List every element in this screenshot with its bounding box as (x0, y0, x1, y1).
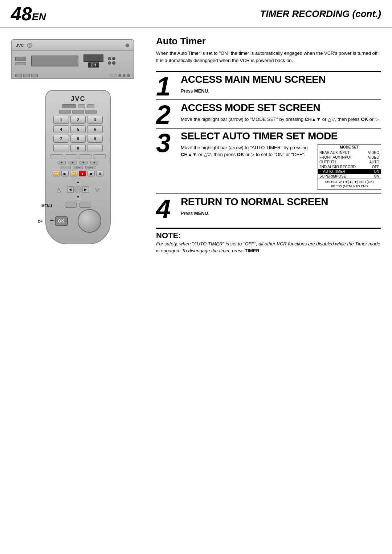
remote-mid-btn-2[interactable] (65, 154, 77, 159)
remote-rewind-btn[interactable]: ⏪ (53, 171, 60, 176)
mode-set-row-1: REAR AUX INPUT VIDEO (318, 150, 381, 155)
step-4-bold: MENU (194, 211, 208, 216)
remote-btn-top-3[interactable] (87, 104, 94, 108)
remote-dpad-left[interactable]: ◀ (67, 186, 74, 193)
remote-row-1 (50, 104, 106, 108)
mode-set-label-6: SUPERIMPOSE (319, 174, 346, 178)
remote-plus-btn-2[interactable]: + (69, 161, 77, 164)
remote-btn-top-2[interactable] (78, 104, 85, 108)
vcr-brand-logo: JVC (16, 43, 24, 48)
step-4-number: 4 (156, 194, 178, 222)
step-1-content: ACCESS MAIN MENU SCREEN Press MENU. (178, 72, 381, 99)
remote-pause-btn[interactable]: ⏸ (96, 171, 103, 176)
vcr-button-row2 (108, 61, 115, 65)
remote-small-btn-vhs[interactable]: VHS (85, 166, 95, 169)
right-column: Auto Timer When the Auto Timer is set to… (156, 36, 381, 254)
vcr-bottom-dot-3 (127, 74, 130, 77)
remote-num-8[interactable]: 8 (70, 135, 86, 143)
step-2-number: 2 (156, 100, 178, 128)
remote-btn-top-1[interactable] (62, 104, 76, 108)
vcr-control-dot (126, 44, 129, 47)
remote-num-6[interactable]: 6 (87, 125, 103, 133)
vcr-top-controls (126, 44, 129, 47)
vcr-bottom-dot-2 (123, 74, 126, 77)
remote-num-7[interactable]: 7 (53, 135, 69, 143)
mode-set-row-5-highlighted: →AUTO TIMER ON (318, 169, 381, 174)
remote-num-9[interactable]: 9 (87, 135, 103, 143)
vcr-btn-1 (108, 57, 111, 60)
remote-triangle-right[interactable]: ▽ (95, 186, 99, 193)
remote-play-btn[interactable]: ▶ (61, 171, 69, 176)
step-3-block: 3 SELECT AUTO TIMER SET MODE Move the hi… (156, 128, 381, 194)
remote-num-5[interactable]: 5 (70, 125, 86, 133)
remote-dpad: ▲ ◀ ▶ ▼ (67, 179, 89, 200)
vcr-power-indicator (27, 43, 32, 48)
remote-small-btn-1[interactable] (61, 166, 71, 169)
remote-brand-logo: JVC (50, 95, 106, 103)
step-2-content: ACCESS MODE SET SCREEN Move the highligh… (178, 100, 381, 128)
remote-plus-btn-1[interactable]: + (58, 161, 66, 164)
remote-menu-row (50, 203, 106, 208)
vcr-button-row1 (108, 57, 115, 60)
remote-transport-controls: ⏪ ▶ ⏩ ● ■ ⏸ (50, 171, 106, 176)
mode-set-row-6: SUPERIMPOSE ON (318, 174, 381, 179)
mode-set-value-3: AUTO (369, 160, 379, 164)
vcr-btn-4 (112, 61, 115, 65)
vcr-bottom-dot (118, 74, 121, 77)
remote-dpad-center[interactable] (74, 186, 82, 193)
remote-fn-btn[interactable] (79, 203, 91, 208)
remote-mid-btn-3[interactable] (79, 154, 91, 159)
step-1-desc: Press MENU. (181, 87, 381, 95)
remote-stop-btn[interactable]: ■ (87, 171, 95, 176)
vcr-right-buttons (108, 57, 115, 65)
remote-num-4[interactable]: 4 (53, 125, 69, 133)
remote-plus-btn-3[interactable]: + (79, 161, 87, 164)
remote-dpad-right[interactable]: ▶ (82, 186, 89, 193)
remote-jog-dial[interactable] (78, 209, 101, 233)
note-title: NOTE: (156, 231, 381, 240)
section-title: Auto Timer (156, 36, 381, 47)
step-2-desc: Move the highlight bar (arrow) to "MODE … (181, 116, 381, 123)
mode-set-label-1: REAR AUX INPUT (319, 151, 350, 155)
remote-btn-row2-1[interactable] (59, 110, 71, 114)
step-2-block: 2 ACCESS MODE SET SCREEN Move the highli… (156, 99, 381, 128)
remote-menu-btn[interactable] (65, 203, 77, 208)
vcr-cassette-slot (31, 56, 78, 66)
remote-num-3[interactable]: 3 (87, 116, 103, 124)
remote-btn-row2-2[interactable] (72, 110, 84, 114)
remote-mid-btn-1[interactable] (50, 154, 63, 159)
mode-set-row-3: OUTPUT1 AUTO (318, 160, 381, 164)
remote-dpad-up[interactable]: ▲ (75, 179, 81, 185)
mode-set-label-5: →AUTO TIMER (319, 170, 345, 174)
mode-set-footer-2: PRESS (MENU) TO END (319, 184, 379, 189)
remote-btn-row2-3[interactable] (85, 110, 97, 114)
remote-num-2[interactable]: 2 (70, 116, 86, 124)
vcr-left-controls (15, 57, 26, 65)
vcr-display (83, 54, 103, 62)
remote-plus-btn-4[interactable]: + (90, 161, 98, 164)
remote-dpad-down[interactable]: ▼ (75, 194, 81, 200)
mode-set-title: MODE SET (318, 144, 381, 150)
mode-set-footer: SELECT WITH (▲, ▼) AND (OK) PRESS (MENU)… (318, 179, 381, 190)
mode-set-label-4: 2ND AUDIO RECORD (319, 165, 356, 169)
vcr-bottom-btn-2 (23, 74, 30, 77)
remote-numpad: 1 2 3 4 5 6 7 8 9 0 (50, 116, 106, 152)
remote-record-btn[interactable]: ● (79, 171, 86, 176)
remote-illustration: MENU Ok JVC (36, 90, 120, 244)
remote-ffwd-btn[interactable]: ⏩ (70, 171, 77, 176)
remote-triangle-left[interactable]: △ (57, 186, 61, 193)
step-4-desc: Press MENU. (181, 210, 381, 217)
remote-ok-button[interactable]: OK (55, 216, 68, 226)
remote-num-1[interactable]: 1 (53, 116, 69, 124)
remote-num-blank-1 (53, 144, 69, 152)
note-timer-bold: TIMER (245, 248, 260, 253)
mode-set-value-6: ON (374, 174, 379, 178)
remote-bottom-area: OK (50, 209, 106, 233)
mode-set-row-4: 2ND AUDIO RECORD OFF (318, 164, 381, 169)
remote-mid-btn-4[interactable] (93, 154, 106, 159)
ok-label: Ok (37, 219, 43, 224)
menu-label: MENU (41, 204, 52, 208)
mode-set-row-2: FRONT AUX INPUT VIDEO (318, 155, 381, 160)
remote-num-0[interactable]: 0 (70, 144, 86, 152)
remote-small-btn-dv[interactable]: DV (73, 166, 83, 169)
